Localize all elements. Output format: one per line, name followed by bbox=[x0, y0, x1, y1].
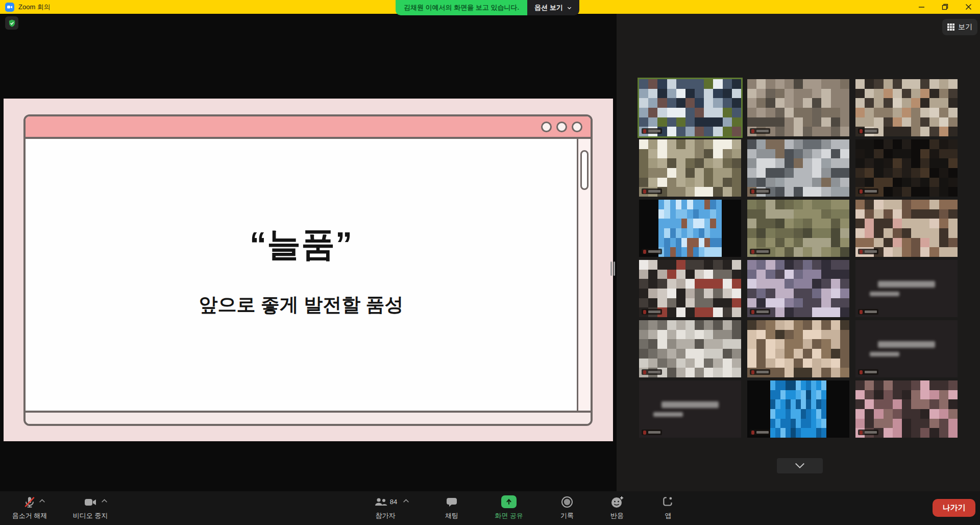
record-label: 기록 bbox=[560, 511, 574, 520]
mic-options-chevron-icon[interactable] bbox=[39, 498, 45, 503]
cartoon-window-circle bbox=[556, 122, 567, 132]
leave-meeting-button[interactable]: 나가기 bbox=[933, 499, 975, 517]
share-banner-message: 김채원 이예서의 화면을 보고 있습니다. bbox=[396, 0, 527, 15]
participant-mute-indicator bbox=[642, 128, 662, 134]
slide-title: “늘품” bbox=[250, 222, 353, 268]
record-button[interactable]: 기록 bbox=[544, 493, 590, 523]
reactions-label: 반응 bbox=[610, 511, 624, 520]
participant-video-tile[interactable] bbox=[855, 380, 958, 438]
participant-video-tile[interactable] bbox=[639, 320, 741, 377]
apps-label: 앱 bbox=[665, 511, 672, 520]
participant-video-tile[interactable] bbox=[747, 200, 849, 257]
participant-mute-indicator bbox=[858, 249, 878, 254]
participants-label: 참가자 bbox=[376, 511, 396, 520]
view-button-label: 보기 bbox=[958, 22, 972, 32]
participant-mute-indicator bbox=[858, 429, 878, 435]
zoom-app-icon bbox=[5, 3, 14, 12]
pixelated-video-feed bbox=[658, 200, 722, 257]
participant-mute-indicator bbox=[750, 309, 770, 315]
zoom-meeting-window: Zoom 회의 김채원 이예서의 화면을 보고 있습니다. 옵션 보기 bbox=[0, 0, 980, 525]
chat-bubble-icon bbox=[445, 496, 458, 508]
participant-video-tile[interactable] bbox=[747, 380, 849, 438]
participant-video-tile[interactable] bbox=[639, 139, 741, 197]
gallery-grid-icon bbox=[947, 23, 954, 31]
participant-mute-indicator bbox=[858, 188, 878, 194]
participant-mute-indicator bbox=[750, 429, 770, 435]
cartoon-window-circle bbox=[572, 122, 582, 132]
slide-cartoon-window: “늘품” 앞으로 좋게 발전할 품성 bbox=[23, 114, 593, 426]
share-screen-icon bbox=[501, 495, 517, 508]
view-options-label: 옵션 보기 bbox=[534, 3, 563, 12]
view-button[interactable]: 보기 bbox=[942, 19, 977, 35]
meeting-toolbar: 음소거 해제 비디오 중지 84 bbox=[0, 491, 980, 525]
blurred-participant-name bbox=[878, 281, 935, 288]
slide-content: “늘품” 앞으로 좋게 발전할 품성 bbox=[26, 139, 577, 411]
share-screen-label: 화면 공유 bbox=[495, 511, 523, 520]
participant-mute-indicator bbox=[750, 188, 770, 194]
blurred-participant-name bbox=[653, 412, 683, 417]
share-screen-button[interactable]: 화면 공유 bbox=[486, 493, 532, 523]
participants-chevron-icon[interactable] bbox=[403, 498, 409, 503]
meeting-main-area: “늘품” 앞으로 좋게 발전할 품성 보기 bbox=[0, 14, 980, 491]
video-camera-icon bbox=[83, 496, 97, 508]
participant-mute-indicator bbox=[642, 369, 662, 375]
participant-tile-name-only[interactable] bbox=[855, 260, 958, 317]
participant-video-tile[interactable] bbox=[855, 200, 958, 257]
participant-tile-name-only[interactable] bbox=[855, 320, 958, 377]
stop-video-label: 비디오 중지 bbox=[73, 511, 108, 520]
participant-mute-indicator bbox=[858, 369, 878, 375]
participant-video-tile[interactable] bbox=[639, 260, 741, 317]
gallery-scroll-down-button[interactable] bbox=[777, 458, 823, 473]
participant-mute-indicator bbox=[750, 128, 770, 134]
meeting-info-shield-button[interactable] bbox=[5, 16, 18, 30]
unmute-label: 음소거 해제 bbox=[12, 511, 47, 520]
apps-icon bbox=[662, 495, 675, 509]
reactions-smiley-icon bbox=[610, 495, 624, 509]
video-options-chevron-icon[interactable] bbox=[101, 498, 108, 503]
record-icon bbox=[560, 495, 574, 509]
cartoon-window-footer bbox=[26, 411, 591, 424]
participants-button[interactable]: 84 참가자 bbox=[362, 493, 408, 523]
participant-mute-indicator bbox=[642, 429, 662, 435]
chevron-down-icon bbox=[794, 462, 805, 469]
cartoon-window-titlebar bbox=[26, 116, 591, 139]
participant-mute-indicator bbox=[858, 128, 878, 134]
chat-label: 채팅 bbox=[445, 511, 458, 520]
restore-button[interactable] bbox=[933, 0, 957, 14]
participant-video-tile[interactable] bbox=[639, 200, 741, 257]
cartoon-window-circle bbox=[541, 122, 552, 132]
participant-mute-indicator bbox=[750, 369, 770, 375]
view-options-button[interactable]: 옵션 보기 bbox=[527, 0, 579, 15]
participant-video-tile[interactable] bbox=[747, 79, 849, 136]
participant-mute-indicator bbox=[858, 309, 878, 315]
participant-video-tile[interactable] bbox=[747, 139, 849, 197]
participant-tile-name-only[interactable] bbox=[639, 380, 741, 438]
participant-video-tile[interactable] bbox=[747, 320, 849, 377]
participant-mute-indicator bbox=[642, 249, 662, 254]
unmute-button[interactable]: 음소거 해제 bbox=[4, 493, 55, 523]
participant-video-tile[interactable] bbox=[855, 79, 958, 136]
minimize-button[interactable] bbox=[910, 0, 933, 14]
blurred-participant-name bbox=[878, 341, 935, 348]
blurred-participant-name bbox=[870, 352, 899, 356]
pixelated-video-feed bbox=[770, 380, 826, 438]
window-title: Zoom 회의 bbox=[18, 3, 51, 12]
security-shield-icon bbox=[8, 19, 16, 28]
participant-mute-indicator bbox=[642, 188, 662, 194]
chevron-down-icon bbox=[567, 5, 572, 11]
participant-mute-indicator bbox=[642, 309, 662, 315]
reactions-button[interactable]: 반응 bbox=[594, 493, 640, 523]
participant-video-tile[interactable] bbox=[855, 139, 958, 197]
participant-video-tile[interactable] bbox=[747, 260, 849, 317]
cartoon-scrollbar-track bbox=[577, 139, 591, 411]
participant-count: 84 bbox=[390, 498, 397, 506]
cartoon-scrollbar-thumb bbox=[580, 150, 589, 190]
screen-share-banner: 김채원 이예서의 화면을 보고 있습니다. 옵션 보기 bbox=[396, 0, 579, 15]
apps-button[interactable]: 앱 bbox=[645, 493, 691, 523]
stop-video-button[interactable]: 비디오 중지 bbox=[62, 493, 118, 523]
participants-icon bbox=[374, 496, 388, 508]
participant-video-tile[interactable] bbox=[639, 79, 741, 136]
chat-button[interactable]: 채팅 bbox=[429, 493, 475, 523]
close-button[interactable] bbox=[957, 0, 980, 14]
participant-mute-indicator bbox=[750, 249, 770, 254]
